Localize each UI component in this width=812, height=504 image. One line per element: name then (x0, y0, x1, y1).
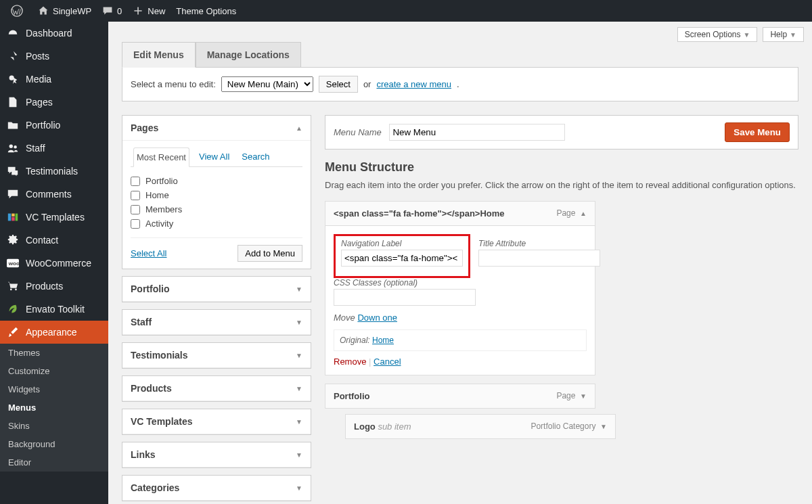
svg-point-2 (14, 145, 17, 149)
css-classes-label: CSS Classes (optional) (334, 278, 587, 288)
chevron-down-icon: ▼ (296, 285, 302, 293)
theme-options[interactable]: Theme Options (171, 6, 242, 16)
sidebar-item-testimonials[interactable]: Testimonials (0, 160, 108, 183)
original-link[interactable]: Home (372, 336, 394, 345)
sidebar-item-envato-toolkit[interactable]: Envato Toolkit (0, 298, 108, 321)
move-label: Move (334, 313, 355, 323)
cancel-link[interactable]: Cancel (374, 357, 401, 367)
menu-name-input[interactable] (389, 124, 565, 141)
title-attr-label: Title Attribute (478, 239, 600, 248)
select-menu-label: Select a menu to edit: (131, 79, 216, 89)
site-name[interactable]: SingleWP (32, 5, 97, 16)
sidebar-subitem-menus[interactable]: Menus (0, 398, 108, 417)
svg-text:woo: woo (8, 260, 19, 267)
nav-label-label: Navigation Label (341, 239, 463, 248)
chevron-down-icon: ▼ (296, 484, 302, 492)
chevron-up-icon: ▲ (296, 124, 302, 132)
new-button[interactable]: New (127, 5, 171, 16)
sidebar-item-portfolio[interactable]: Portfolio (0, 114, 108, 137)
chevron-down-icon: ▼ (600, 423, 607, 430)
menu-item-type: Page ▲ (556, 208, 587, 218)
page-checkbox[interactable] (131, 205, 140, 214)
navigation-label-highlight: Navigation Label (334, 234, 470, 278)
save-menu-button[interactable]: Save Menu (725, 122, 790, 142)
svg-rect-4 (12, 214, 15, 217)
sidebar-item-staff[interactable]: Staff (0, 137, 108, 160)
remove-link[interactable]: Remove (334, 357, 366, 367)
add-to-menu-button[interactable]: Add to Menu (238, 245, 302, 262)
metabox-staff[interactable]: Staff▼ (122, 310, 311, 335)
metabox-categories[interactable]: Categories▼ (122, 476, 311, 501)
metabox-links[interactable]: Links▼ (122, 442, 311, 467)
sidebar-item-pages[interactable]: Pages (0, 91, 108, 114)
chevron-down-icon: ▼ (744, 31, 750, 39)
menu-name-label: Menu Name (334, 127, 382, 137)
comments-count[interactable]: 0 (97, 5, 127, 16)
pages-metabox-header[interactable]: Pages▲ (122, 116, 311, 141)
sidebar-item-woocommerce[interactable]: wooWooCommerce (0, 252, 108, 275)
svg-rect-5 (12, 217, 15, 221)
wp-logo[interactable] (5, 5, 32, 17)
menu-structure-desc: Drag each item into the order you prefer… (325, 180, 798, 190)
menu-select[interactable]: New Menu (Main) (221, 76, 313, 92)
menu-item-label: Logo sub item (354, 421, 411, 432)
or-text: or (363, 79, 371, 89)
menu-item-home[interactable]: <span class="fa fa-home"></span>Home Pag… (325, 201, 595, 375)
menu-item-type: Portfolio Category ▼ (531, 421, 607, 431)
pages-tab-viewall[interactable]: View All (196, 147, 232, 166)
pages-tab-recent[interactable]: Most Recent (133, 147, 189, 167)
page-checkbox[interactable] (131, 177, 140, 186)
sidebar-subitem-skins[interactable]: Skins (0, 417, 108, 435)
sidebar-subitem-widgets[interactable]: Widgets (0, 380, 108, 398)
chevron-down-icon: ▼ (296, 451, 302, 459)
sidebar-item-dashboard[interactable]: Dashboard (0, 22, 108, 45)
sidebar-item-comments[interactable]: Comments (0, 183, 108, 206)
page-checkbox[interactable] (131, 191, 140, 200)
metabox-portfolio[interactable]: Portfolio▼ (122, 277, 311, 302)
screen-options-button[interactable]: Screen Options▼ (677, 27, 758, 42)
svg-point-1 (9, 145, 13, 148)
menu-item-label: <span class="fa fa-home"></span>Home (334, 208, 505, 219)
tab-manage-locations[interactable]: Manage Locations (196, 42, 301, 67)
chevron-down-icon: ▼ (296, 352, 302, 359)
svg-rect-3 (8, 214, 11, 221)
metabox-testimonials[interactable]: Testimonials▼ (122, 343, 311, 368)
sidebar-subitem-background[interactable]: Background (0, 435, 108, 453)
sidebar-item-posts[interactable]: Posts (0, 45, 108, 68)
chevron-down-icon: ▼ (296, 385, 302, 392)
sidebar-item-contact[interactable]: Contact (0, 229, 108, 252)
menu-item-label: Portfolio (334, 391, 369, 401)
menu-structure-title: Menu Structure (325, 160, 798, 175)
sidebar-item-products[interactable]: Products (0, 275, 108, 298)
menu-item-type: Page ▼ (556, 391, 587, 400)
sidebar-item-appearance[interactable]: Appearance (0, 321, 108, 344)
metabox-vc-templates[interactable]: VC Templates▼ (122, 409, 311, 434)
admin-sidebar: DashboardPostsMediaPagesPortfolioStaffTe… (0, 22, 108, 504)
svg-rect-6 (16, 214, 18, 221)
chevron-down-icon: ▼ (790, 31, 796, 39)
nav-label-input[interactable] (341, 250, 463, 267)
css-classes-input[interactable] (334, 289, 476, 306)
sidebar-subitem-themes[interactable]: Themes (0, 344, 108, 362)
help-button[interactable]: Help▼ (763, 27, 804, 42)
tab-edit-menus[interactable]: Edit Menus (122, 42, 196, 68)
create-new-menu-link[interactable]: create a new menu (376, 79, 451, 89)
sidebar-subitem-customize[interactable]: Customize (0, 362, 108, 380)
menu-item-portfolio[interactable]: Portfolio Page ▼ (325, 384, 595, 409)
sidebar-item-vc-templates[interactable]: VC Templates (0, 206, 108, 229)
move-down-link[interactable]: Down one (357, 313, 397, 323)
title-attr-input[interactable] (478, 250, 600, 267)
menu-item-logo[interactable]: Logo sub item Portfolio Category ▼ (345, 414, 616, 439)
sidebar-subitem-editor[interactable]: Editor (0, 453, 108, 472)
sidebar-item-media[interactable]: Media (0, 68, 108, 91)
chevron-down-icon: ▼ (296, 418, 302, 426)
original-label: Original: (340, 336, 370, 345)
chevron-up-icon: ▲ (580, 210, 587, 217)
select-all-link[interactable]: Select All (131, 248, 166, 258)
chevron-down-icon: ▼ (296, 319, 302, 326)
metabox-products[interactable]: Products▼ (122, 376, 311, 401)
pages-tab-search[interactable]: Search (239, 147, 272, 166)
chevron-down-icon: ▼ (580, 392, 587, 400)
page-checkbox[interactable] (131, 219, 140, 229)
select-button[interactable]: Select (319, 76, 358, 93)
